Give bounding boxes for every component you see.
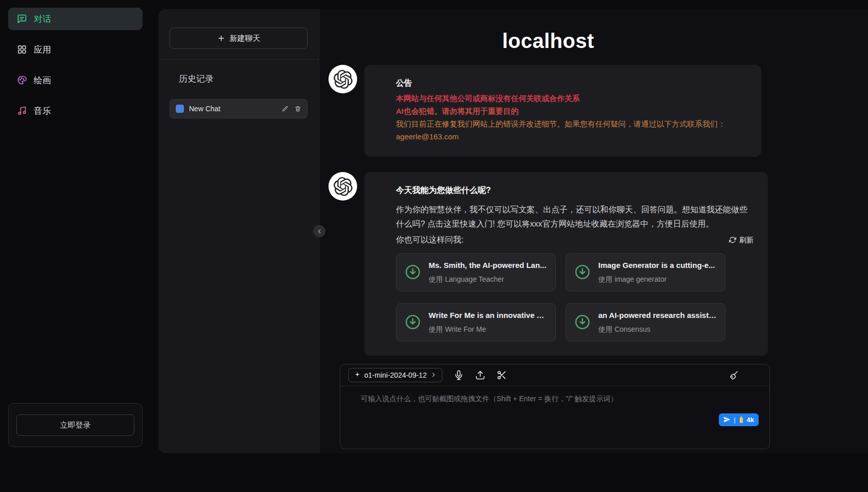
announcement-bubble: 公告 本网站与任何其他公司或商标没有任何关联或合作关系 AI也会犯错。请勿将其用…: [364, 65, 761, 157]
composer: o1-mini-2024-09-12: [340, 364, 770, 449]
edit-icon[interactable]: [281, 105, 289, 112]
message-announcement: 公告 本网站与任何其他公司或商标没有任何关联或合作关系 AI也会犯错。请勿将其用…: [329, 65, 761, 157]
history-title: 历史记录: [179, 73, 308, 85]
announcement-line1: 本网站与任何其他公司或商标没有任何关联或合作关系: [396, 93, 747, 104]
scissors-icon[interactable]: [497, 370, 507, 380]
collapse-sidebar-button[interactable]: [313, 225, 325, 237]
message-input[interactable]: [340, 386, 769, 429]
send-button[interactable]: | 4k: [719, 413, 759, 426]
sparkle-icon: [354, 372, 361, 378]
send-pill-divider: |: [734, 416, 735, 424]
announcement-heading: 公告: [396, 77, 747, 89]
welcome-bubble: 今天我能为您做些什么呢? 作为你的智慧伙伴，我不仅可以写文案、出点子，还可以和你…: [364, 172, 768, 355]
sidebar-item-label: 应用: [34, 44, 51, 56]
sidebar-item-drawing[interactable]: 绘画: [8, 69, 143, 91]
sidebar-item-label: 绘画: [34, 75, 51, 86]
send-plane-icon: [723, 416, 731, 423]
prompt-title: an AI-powered research assista...: [598, 310, 717, 321]
chat-main: localhost 公告 本网站与任何其他公司或商标没有任何关联或合作关系 AI…: [319, 9, 868, 453]
delete-icon[interactable]: [294, 105, 301, 112]
download-circle-icon: [574, 313, 591, 331]
composer-toolbar: o1-mini-2024-09-12: [340, 364, 769, 386]
chat-history: 历史记录 New Chat: [158, 60, 319, 132]
download-circle-icon: [404, 263, 421, 281]
contact-email-link[interactable]: ageerle@163.com: [396, 131, 459, 142]
refresh-label: 刷新: [739, 235, 754, 245]
chevron-left-icon: [316, 228, 323, 235]
download-circle-icon: [574, 263, 591, 281]
prompt-subtitle: 使用 Write For Me: [429, 324, 548, 335]
announcement-line2: AI也会犯错。请勿将其用于重要目的: [396, 106, 747, 117]
token-battery-icon: [739, 416, 744, 424]
apps-grid-icon: [17, 44, 27, 55]
ask-hint: 你也可以这样问我:: [396, 234, 463, 246]
prompt-card[interactable]: Image Generator is a cutting-e... 使用 ima…: [566, 253, 725, 291]
chat-list-header: 新建聊天: [158, 9, 319, 60]
assistant-avatar: [329, 172, 357, 201]
refresh-prompts-button[interactable]: 刷新: [729, 235, 754, 245]
download-circle-icon: [404, 313, 421, 331]
prompt-card[interactable]: Write For Me is an innovative A... 使用 Wr…: [396, 303, 556, 341]
sidebar-item-chat[interactable]: 对话: [8, 8, 143, 30]
prompt-suggestions: Ms. Smith, the AI-powered Lan... 使用 Lang…: [396, 253, 754, 341]
clear-context-broom-icon[interactable]: [729, 370, 739, 380]
chevron-right-icon: [430, 372, 437, 378]
chat-item-title: New Chat: [189, 105, 220, 113]
model-label: o1-mini-2024-09-12: [364, 371, 427, 379]
welcome-body: 作为你的智慧伙伴，我不仅可以写文案、出点子，还可以和你聊天、回答问题。想知道我还…: [396, 203, 754, 231]
sidebar-item-music[interactable]: 音乐: [8, 100, 143, 122]
microphone-icon[interactable]: [454, 370, 464, 380]
openai-logo-icon: [334, 70, 353, 89]
model-selector[interactable]: o1-mini-2024-09-12: [348, 368, 442, 382]
sidebar-item-label: 音乐: [34, 105, 51, 117]
message-list: 公告 本网站与任何其他公司或商标没有任何关联或合作关系 AI也会犯错。请勿将其用…: [329, 65, 761, 356]
prompt-subtitle: 使用 Consensus: [598, 324, 717, 335]
workspace: 新建聊天 历史记录 New Chat localhost: [158, 9, 868, 453]
login-panel: 立即登录: [8, 403, 143, 447]
prompt-card[interactable]: Ms. Smith, the AI-powered Lan... 使用 Lang…: [396, 253, 556, 291]
token-count-badge: 4k: [747, 416, 754, 424]
plus-icon: [217, 34, 225, 42]
chat-item-icon: [176, 105, 184, 113]
prompt-title: Ms. Smith, the AI-powered Lan...: [429, 260, 546, 271]
sidebar: 对话 应用 绘画 音乐 立即登录: [0, 0, 151, 492]
openai-logo-icon: [334, 177, 353, 196]
prompt-title: Image Generator is a cutting-e...: [598, 260, 715, 271]
chat-icon: [17, 14, 27, 24]
message-welcome: 今天我能为您做些什么呢? 作为你的智慧伙伴，我不仅可以写文案、出点子，还可以和你…: [329, 172, 761, 355]
prompt-card[interactable]: an AI-powered research assista... 使用 Con…: [566, 303, 725, 341]
announcement-line3: 我们目前正在修复我们网站上的错误并改进细节。如果您有任何疑问，请通过以下方式联系…: [396, 118, 747, 130]
sidebar-item-apps[interactable]: 应用: [8, 38, 143, 61]
new-chat-button[interactable]: 新建聊天: [170, 28, 308, 49]
palette-icon: [17, 75, 27, 85]
page-title: localhost: [329, 30, 768, 53]
login-button[interactable]: 立即登录: [16, 414, 134, 436]
new-chat-label: 新建聊天: [230, 34, 261, 43]
music-note-icon: [17, 106, 27, 116]
chat-list-panel: 新建聊天 历史记录 New Chat: [158, 9, 319, 453]
assistant-avatar: [329, 65, 357, 93]
chat-history-item[interactable]: New Chat: [170, 99, 308, 118]
sidebar-item-label: 对话: [34, 13, 51, 25]
refresh-icon: [729, 236, 736, 243]
prompt-subtitle: 使用 Language Teacher: [429, 274, 546, 285]
upload-icon[interactable]: [475, 370, 485, 380]
prompt-subtitle: 使用 image generator: [598, 274, 715, 285]
chat-item-actions: [281, 105, 301, 112]
welcome-heading: 今天我能为您做些什么呢?: [396, 184, 754, 196]
prompt-title: Write For Me is an innovative A...: [429, 310, 548, 321]
